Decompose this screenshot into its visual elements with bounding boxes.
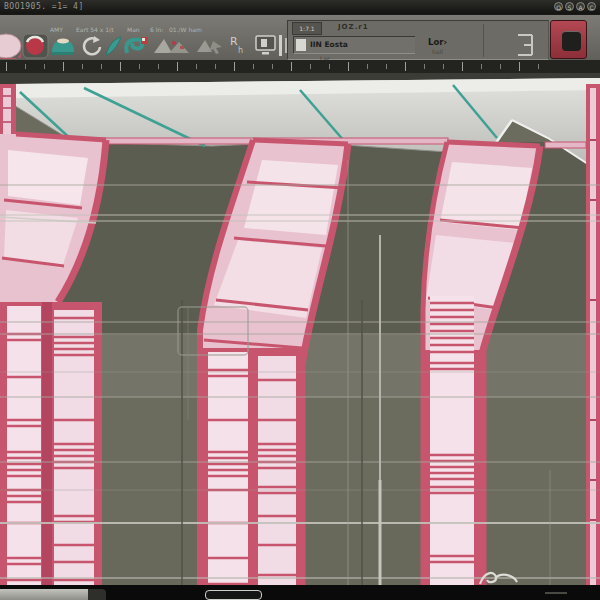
status-right-slot	[545, 592, 567, 594]
material-sphere-icon[interactable]	[0, 33, 24, 59]
panel-tab[interactable]: 1:7.1	[292, 22, 322, 35]
teapot-icon[interactable]	[50, 33, 80, 59]
toolbar-label: 6 In:	[150, 26, 163, 33]
panel-heading: JOZ.r1	[338, 23, 369, 31]
panel-dropdown-label[interactable]: Lor›	[428, 37, 447, 47]
panel-dropdown-sublabel: hall	[432, 48, 443, 55]
timeline-ruler[interactable]	[0, 60, 600, 73]
toolbar-label: Eart 54 x 1(t	[76, 26, 114, 33]
status-left-segment[interactable]	[0, 589, 88, 600]
step-bracket-icon	[516, 29, 542, 57]
snail-icon[interactable]	[122, 33, 152, 59]
status-notch	[88, 589, 106, 600]
toolbar-label: Man	[127, 26, 140, 33]
panel-divider	[483, 24, 484, 57]
toolbar: AMY Eart 54 x 1(t Man 6 In: 01./W ham	[0, 14, 600, 62]
toolbar-right-panel: 1:7.1 JOZ.r1 IIN Eosta Lar Lor› hall	[287, 20, 549, 60]
field-cursor	[296, 39, 306, 51]
viewport-canvas[interactable]	[0, 73, 600, 585]
ruler-major-ticks	[6, 62, 555, 71]
toolbar-label: AMY	[50, 26, 63, 33]
status-rounded-button[interactable]	[205, 590, 262, 600]
panel-input-field[interactable]: IIN Eosta	[293, 36, 415, 54]
window-control-1[interactable]: O	[554, 2, 563, 11]
window-controls: O S A C	[554, 2, 596, 11]
pink-column-1	[0, 302, 102, 585]
mountains-icon[interactable]	[152, 33, 182, 59]
mountain-arrow-icon[interactable]	[196, 33, 226, 59]
window-title: BOO1905. =1= 4]	[4, 2, 84, 11]
record-red-button[interactable]	[550, 20, 587, 59]
red-flask-icon[interactable]	[22, 33, 52, 59]
title-bar: BOO1905. =1= 4] O S A C	[0, 0, 600, 15]
red-button-slot	[562, 31, 581, 51]
pink-column-3	[423, 296, 483, 585]
status-bar	[0, 585, 600, 600]
field-value: IIN Eosta	[310, 40, 348, 49]
svg-text:h: h	[238, 46, 243, 55]
window-control-3[interactable]: A	[576, 2, 585, 11]
toolbar-label: 01./W ham	[169, 26, 202, 33]
r-glyph-text: R	[230, 35, 238, 48]
window-control-2[interactable]: S	[565, 2, 574, 11]
window-control-4[interactable]: C	[587, 2, 596, 11]
app-window: BOO1905. =1= 4] O S A C AMY Eart 54 x 1(…	[0, 0, 600, 600]
pink-column-2	[200, 348, 302, 585]
